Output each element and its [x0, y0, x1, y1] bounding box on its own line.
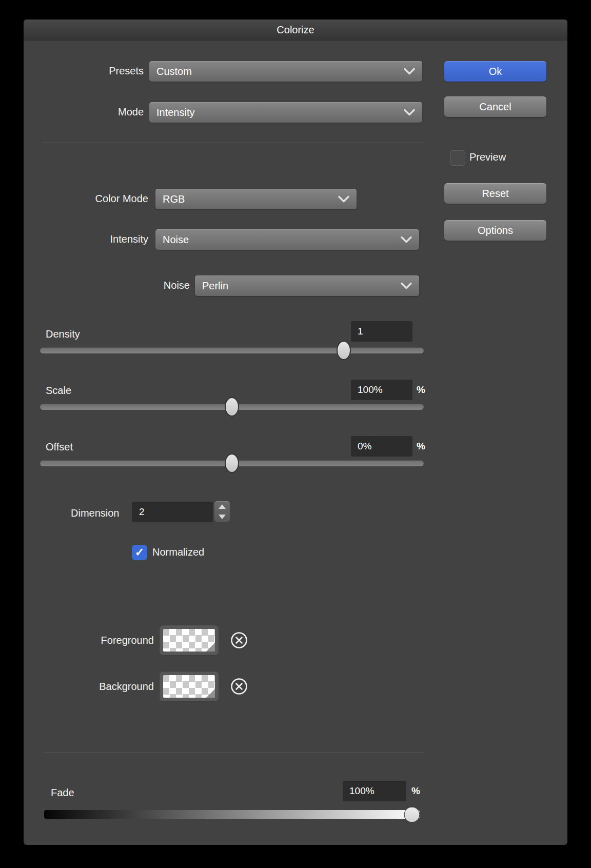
intensity-dropdown[interactable]: Noise — [155, 229, 419, 250]
stepper-down-button[interactable] — [214, 511, 230, 522]
noise-dropdown[interactable]: Perlin — [195, 275, 419, 296]
section-divider — [43, 753, 425, 753]
fade-slider-thumb[interactable] — [404, 806, 420, 822]
normalized-checkbox[interactable]: ✓ — [132, 545, 147, 560]
dialog-titlebar[interactable]: Colorize — [24, 19, 567, 41]
offset-label: Offset — [46, 441, 73, 453]
offset-slider[interactable] — [40, 460, 424, 466]
corner-fold-icon — [206, 643, 215, 652]
mode-dropdown-value: Intensity — [149, 107, 403, 119]
color-mode-dropdown[interactable]: RGB — [155, 189, 357, 209]
transparency-checkerboard — [163, 675, 215, 698]
mode-label: Mode — [54, 106, 144, 118]
scale-value-field[interactable]: 100% — [351, 380, 412, 400]
density-slider[interactable] — [40, 347, 424, 353]
up-arrow-icon — [219, 504, 226, 509]
section-divider — [43, 143, 423, 143]
chevron-down-icon — [400, 236, 412, 243]
dimension-label: Dimension — [71, 507, 119, 519]
dialog-title: Colorize — [277, 24, 314, 35]
corner-fold-icon — [206, 689, 215, 698]
ok-button[interactable]: Ok — [444, 61, 546, 82]
down-arrow-icon — [219, 515, 226, 519]
preview-label: Preview — [469, 151, 506, 163]
chevron-down-icon — [400, 282, 412, 289]
dimension-stepper — [214, 501, 230, 522]
presets-dropdown[interactable]: Custom — [149, 61, 422, 82]
offset-unit-label: % — [417, 441, 425, 452]
options-button[interactable]: Options — [444, 220, 546, 241]
mode-dropdown[interactable]: Intensity — [149, 102, 422, 123]
fade-value-field[interactable]: 100% — [343, 781, 406, 801]
background-label: Background — [54, 681, 154, 693]
cancel-button[interactable]: Cancel — [444, 96, 546, 117]
scale-label: Scale — [46, 385, 71, 397]
density-value-field[interactable]: 1 — [351, 321, 412, 342]
noise-label: Noise — [95, 280, 190, 291]
density-label: Density — [46, 328, 80, 340]
intensity-label: Intensity — [44, 233, 148, 245]
clear-foreground-button[interactable] — [230, 632, 248, 649]
fade-unit-label: % — [411, 785, 420, 797]
colorize-dialog: Colorize Presets Custom Ok Mode Intensit… — [24, 19, 567, 845]
noise-dropdown-value: Perlin — [195, 280, 400, 292]
color-mode-label: Color Mode — [44, 193, 148, 205]
scale-slider-thumb[interactable] — [225, 397, 239, 417]
scale-slider[interactable] — [40, 404, 424, 410]
chevron-down-icon — [338, 195, 350, 203]
reset-button[interactable]: Reset — [444, 183, 546, 204]
density-slider-thumb[interactable] — [337, 341, 351, 360]
foreground-label: Foreground — [54, 635, 154, 646]
offset-value-field[interactable]: 0% — [351, 436, 412, 457]
color-mode-dropdown-value: RGB — [155, 193, 338, 205]
stepper-up-button[interactable] — [214, 501, 230, 511]
circle-x-icon — [230, 678, 248, 695]
clear-background-button[interactable] — [230, 678, 248, 695]
chevron-down-icon — [403, 109, 416, 116]
scale-unit-label: % — [417, 384, 425, 396]
dimension-value-field[interactable]: 2 — [132, 502, 213, 522]
fade-slider[interactable] — [44, 810, 420, 819]
chevron-down-icon — [403, 68, 416, 75]
fade-label: Fade — [51, 787, 74, 799]
intensity-dropdown-value: Noise — [155, 234, 400, 246]
circle-x-icon — [230, 632, 248, 649]
checkmark-icon: ✓ — [135, 547, 144, 558]
foreground-color-swatch[interactable] — [159, 625, 219, 656]
presets-dropdown-value: Custom — [149, 66, 403, 77]
preview-checkbox[interactable] — [450, 150, 465, 166]
presets-label: Presets — [54, 65, 144, 77]
transparency-checkerboard — [163, 629, 215, 652]
normalized-label: Normalized — [152, 546, 204, 558]
background-color-swatch[interactable] — [159, 671, 219, 702]
offset-slider-thumb[interactable] — [225, 453, 239, 473]
